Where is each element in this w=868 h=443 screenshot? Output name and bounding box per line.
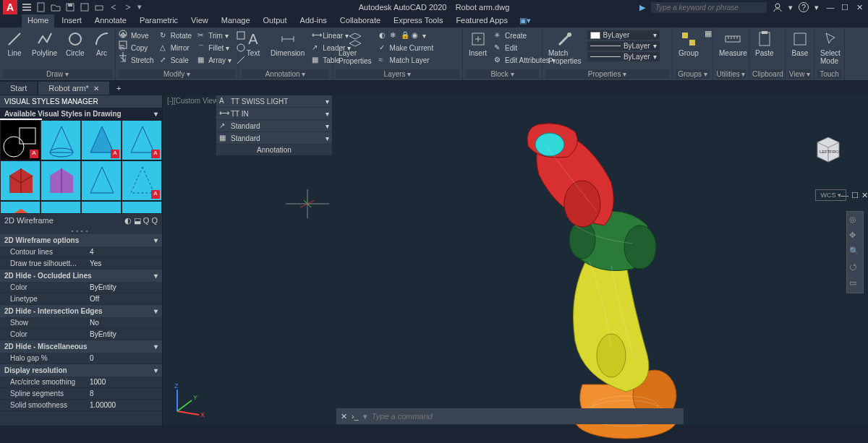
style-thumb-2dwireframe[interactable]: A [0, 120, 41, 160]
textstyle-dropdown[interactable]: ATT SWISS LIGHT▾ [216, 95, 332, 108]
robot-arm-model[interactable] [394, 110, 698, 442]
style-thumb[interactable]: A [122, 120, 162, 160]
wcs-label[interactable]: WCS ▾ [815, 189, 846, 201]
group-extra-icon[interactable]: ▦ [705, 29, 712, 38]
mirror-button[interactable]: △Mirror [158, 43, 193, 53]
tab-addins[interactable]: Add-ins [294, 14, 333, 27]
minimize-button[interactable]: — [825, 3, 836, 12]
insert-button[interactable]: Insert [466, 29, 490, 59]
add-tab-button[interactable]: + [111, 82, 127, 95]
rotate-button[interactable]: ↻Rotate [158, 30, 193, 40]
group-button[interactable]: Group [676, 29, 702, 59]
leaderstyle-dropdown[interactable]: ↗Standard▾ [216, 120, 332, 132]
select-mode-button[interactable]: Select Mode [817, 29, 843, 66]
tab-output[interactable]: Output [258, 14, 293, 27]
save-icon[interactable] [65, 2, 75, 12]
viewport-close-icon[interactable]: ✕ [861, 191, 868, 200]
prop-section-header[interactable]: 2D Hide - Occluded Lines▾ [0, 270, 162, 282]
prop-row[interactable]: Arc/circle smoothing1000 [0, 377, 162, 388]
style-thumb[interactable] [81, 201, 122, 214]
match-properties-button[interactable]: Match Properties [545, 29, 584, 66]
viewport-maximize-icon[interactable]: ☐ [851, 191, 859, 200]
scale-button[interactable]: ⤢Scale [158, 55, 193, 65]
trim-button[interactable]: ✂Trim ▾ [196, 30, 233, 40]
dimstyle-dropdown[interactable]: ⟷TT IN▾ [216, 108, 332, 120]
menu-icon[interactable] [22, 2, 32, 12]
color-bylayer-dropdown[interactable]: ByLayer▾ [587, 30, 660, 40]
document-tab[interactable]: Robot arm*✕ [38, 82, 109, 95]
prop-row[interactable]: Solid smoothness1.00000 [0, 400, 162, 411]
pan-icon[interactable]: ✥ [849, 231, 861, 242]
viewport[interactable]: — ☐ ✕ [-][Custom View ATT SWISS LIGHT▾ ⟷… [163, 95, 868, 426]
prop-section-header[interactable]: 2D Hide - Miscellaneous▾ [0, 340, 162, 353]
redo-icon[interactable] [123, 2, 133, 12]
tab-manage[interactable]: Manage [216, 14, 256, 27]
app-logo[interactable]: A [3, 0, 17, 14]
dimension-button[interactable]: Dimension [268, 29, 307, 59]
steering-wheel-icon[interactable]: ◎ [849, 215, 861, 226]
zoom-icon[interactable]: 🔍 [849, 246, 861, 258]
style-thumb[interactable]: A [122, 160, 162, 201]
paste-button[interactable]: Paste [752, 29, 777, 59]
prop-row[interactable]: Draw true silhouett...Yes [0, 258, 162, 270]
close-tab-icon[interactable]: ✕ [93, 85, 99, 93]
tab-annotate[interactable]: Annotate [89, 14, 132, 27]
style-thumb[interactable] [81, 160, 122, 201]
tabs-more-icon[interactable]: ▣▾ [515, 14, 535, 27]
line-button[interactable]: Line [3, 29, 26, 59]
array-button[interactable]: ▦Array ▾ [196, 55, 233, 65]
help-icon[interactable]: ? [799, 2, 809, 12]
measure-button[interactable]: Measure [716, 29, 750, 59]
layer-properties-button[interactable]: Layer Properties [336, 29, 375, 66]
tab-home[interactable]: Home [22, 14, 54, 27]
qat-dropdown-icon[interactable]: ▾ [137, 2, 148, 12]
prop-row[interactable]: Halo gap %0 [0, 353, 162, 364]
prop-section-header[interactable]: 2D Hide - Intersection Edges▾ [0, 305, 162, 317]
tab-parametric[interactable]: Parametric [134, 14, 184, 27]
command-line[interactable]: ✕ ›_ ▾ [336, 408, 684, 424]
current-style[interactable]: 2D Wireframe◐ ⬓ Q Q [0, 214, 162, 228]
app-exchange-icon[interactable]: ▾ [788, 3, 793, 12]
plot-icon[interactable] [94, 2, 104, 12]
lineweight-dropdown[interactable]: ByLayer▾ [587, 41, 660, 51]
ucs-icon[interactable]: Z X Y [170, 382, 206, 418]
stretch-button[interactable]: ⇲Stretch [119, 55, 156, 65]
move-button[interactable]: ✥Move [119, 30, 156, 40]
prop-row[interactable]: ColorByEntity [0, 282, 162, 293]
text-button[interactable]: AText [242, 29, 265, 59]
panel-drag-handle[interactable]: •••• [0, 228, 162, 234]
match-layer-button[interactable]: ≈Match Layer [378, 55, 435, 65]
viewport-label[interactable]: [-][Custom View [167, 97, 218, 105]
panel-header[interactable]: Available Visual Styles in Drawing▾ [0, 108, 162, 120]
style-thumb[interactable] [41, 201, 81, 214]
view-cube[interactable]: LEFT FRONT [810, 132, 846, 163]
search-arrow-icon[interactable]: ▶ [639, 3, 645, 12]
tablestyle-dropdown[interactable]: ▦Standard▾ [216, 132, 332, 145]
prop-row[interactable]: ColorByEntity [0, 329, 162, 340]
tab-insert[interactable]: Insert [56, 14, 88, 27]
open-icon[interactable] [51, 2, 61, 12]
layer-states-icon[interactable]: ◐❄🔒◉▾ [378, 30, 435, 40]
maximize-button[interactable]: ☐ [839, 3, 851, 12]
cmd-close-icon[interactable]: ✕ [341, 412, 347, 421]
style-thumb[interactable] [0, 160, 41, 201]
signin-icon[interactable] [773, 2, 783, 12]
style-thumb[interactable] [41, 120, 81, 160]
polyline-button[interactable]: Polyline [29, 29, 60, 59]
orbit-icon[interactable]: ⭯ [849, 262, 861, 274]
circle-button[interactable]: Circle [63, 29, 88, 59]
style-thumb[interactable] [41, 160, 81, 201]
prop-row[interactable]: Spline segments8 [0, 388, 162, 400]
search-input[interactable] [651, 2, 767, 13]
style-thumb[interactable] [122, 201, 162, 214]
close-button[interactable]: ✕ [854, 3, 865, 12]
tab-featured[interactable]: Featured Apps [450, 14, 514, 27]
style-thumb[interactable]: A [81, 120, 122, 160]
style-thumb[interactable] [0, 201, 41, 214]
prop-section-header[interactable]: Display resolution▾ [0, 364, 162, 377]
saveas-icon[interactable] [80, 2, 90, 12]
command-input[interactable] [372, 412, 679, 421]
tab-view[interactable]: View [185, 14, 214, 27]
start-tab[interactable]: Start [0, 82, 37, 95]
base-button[interactable]: Base [788, 29, 812, 59]
